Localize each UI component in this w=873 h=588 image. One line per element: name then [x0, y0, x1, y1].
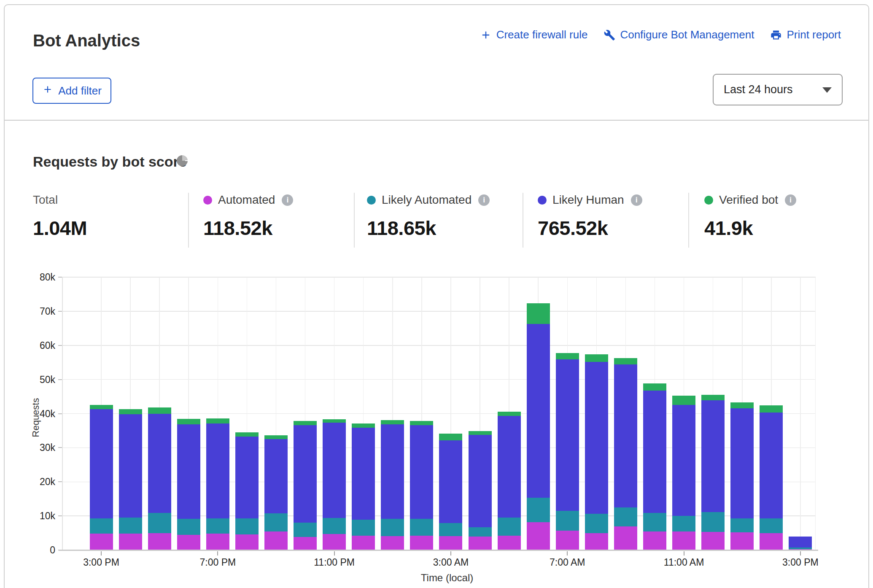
bar-segment-likely-automated	[148, 513, 171, 533]
chart-bar[interactable]	[235, 432, 259, 550]
bar-segment-likely-human	[527, 324, 550, 498]
chart-bar[interactable]	[381, 420, 404, 550]
chart-bar[interactable]	[352, 423, 375, 550]
bar-segment-verified-bot	[439, 434, 462, 440]
bar-segment-verified-bot	[643, 383, 666, 390]
bar-segment-likely-human	[701, 400, 725, 512]
chart-bar[interactable]	[498, 412, 521, 550]
gridline-vertical	[800, 277, 801, 550]
y-tick-label: 20k	[40, 476, 55, 488]
bar-segment-automated	[439, 536, 462, 550]
bar-segment-verified-bot	[585, 354, 608, 362]
chart-bar[interactable]	[730, 402, 754, 550]
chart-bar[interactable]	[177, 419, 200, 550]
chart-bar[interactable]	[439, 434, 462, 550]
bar-segment-verified-bot	[730, 402, 754, 408]
bar-segment-likely-automated	[206, 518, 229, 534]
y-tick-label: 50k	[40, 374, 55, 385]
bar-segment-verified-bot	[381, 420, 404, 425]
bar-segment-likely-automated	[177, 519, 200, 535]
y-tick	[58, 277, 62, 278]
x-tick-label: 3:00 PM	[83, 557, 119, 568]
bar-segment-likely-human	[498, 416, 521, 518]
bar-segment-automated	[235, 534, 259, 550]
bar-segment-automated	[206, 534, 229, 550]
bar-segment-likely-human	[352, 428, 375, 520]
bar-segment-automated	[585, 533, 608, 550]
bar-segment-likely-automated	[498, 518, 521, 536]
chart-bar[interactable]	[789, 537, 812, 550]
chart-bar[interactable]	[119, 409, 142, 550]
y-tick	[58, 311, 62, 312]
x-axis-title: Time (local)	[421, 572, 473, 584]
bar-segment-verified-bot	[614, 358, 637, 364]
bar-segment-likely-automated	[323, 518, 346, 534]
bar-segment-likely-automated	[672, 516, 695, 531]
bar-segment-likely-human	[119, 414, 142, 518]
bar-segment-likely-automated	[469, 527, 492, 537]
chart-bar[interactable]	[410, 421, 433, 550]
chart-bar[interactable]	[90, 405, 113, 550]
bar-segment-automated	[352, 536, 375, 550]
bar-segment-likely-human	[294, 425, 317, 523]
bot-analytics-card: Bot Analytics Create firewall rule Confi…	[4, 4, 869, 588]
bar-segment-automated	[264, 531, 288, 550]
bar-segment-automated	[410, 536, 433, 550]
bar-segment-likely-human	[556, 359, 579, 511]
bar-segment-likely-automated	[235, 518, 259, 534]
x-tick-label: 11:00 PM	[314, 557, 355, 568]
bar-segment-likely-automated	[294, 523, 317, 537]
chart-bar[interactable]	[323, 419, 346, 550]
chart-bar[interactable]	[701, 395, 725, 550]
chart-bar[interactable]	[294, 421, 317, 550]
chart-bar[interactable]	[585, 354, 608, 550]
x-tick	[684, 551, 684, 556]
bar-segment-likely-automated	[90, 518, 113, 534]
chart-bar[interactable]	[672, 396, 695, 550]
bar-segment-automated	[177, 535, 200, 550]
chart-bar[interactable]	[148, 407, 171, 550]
x-tick-label: 3:00 PM	[782, 557, 819, 568]
bar-segment-verified-bot	[119, 409, 142, 414]
y-tick-label: 0	[50, 545, 55, 556]
bar-segment-likely-human	[789, 537, 812, 547]
bar-segment-verified-bot	[148, 407, 171, 414]
bar-segment-likely-human	[410, 425, 433, 519]
y-tick-label: 60k	[40, 340, 55, 351]
bar-segment-likely-human	[264, 439, 288, 513]
gridline-horizontal	[62, 311, 816, 312]
x-tick	[567, 551, 568, 556]
bar-segment-automated	[323, 534, 346, 550]
bar-segment-verified-bot	[264, 435, 288, 439]
bar-segment-automated	[294, 537, 317, 550]
bar-segment-verified-bot	[294, 421, 317, 425]
bar-segment-likely-automated	[352, 520, 375, 536]
chart-bar[interactable]	[643, 383, 666, 550]
chart-bar[interactable]	[760, 405, 783, 550]
bar-segment-automated	[469, 537, 492, 550]
chart-bar[interactable]	[527, 303, 550, 550]
chart-bar[interactable]	[556, 353, 579, 550]
chart-bar[interactable]	[206, 418, 229, 550]
bar-segment-likely-human	[235, 437, 259, 518]
bar-segment-automated	[614, 526, 637, 550]
bar-segment-automated	[556, 531, 579, 550]
y-tick-label: 10k	[40, 510, 55, 522]
gridline-horizontal	[62, 379, 816, 380]
bar-segment-likely-automated	[410, 519, 433, 536]
chart-bar[interactable]	[264, 435, 288, 550]
bar-segment-likely-human	[148, 414, 171, 513]
bar-segment-automated	[381, 536, 404, 550]
bar-segment-likely-automated	[643, 513, 666, 531]
y-tick	[58, 379, 62, 380]
x-axis-line	[59, 550, 818, 551]
gridline-horizontal	[62, 277, 816, 278]
chart-bar[interactable]	[614, 358, 637, 550]
bar-segment-likely-human	[643, 391, 666, 513]
x-tick	[217, 551, 218, 556]
bar-segment-likely-automated	[439, 523, 462, 536]
bar-segment-likely-human	[439, 440, 462, 523]
bar-segment-likely-human	[469, 435, 492, 527]
chart-bar[interactable]	[469, 431, 492, 550]
bar-segment-automated	[527, 522, 550, 550]
